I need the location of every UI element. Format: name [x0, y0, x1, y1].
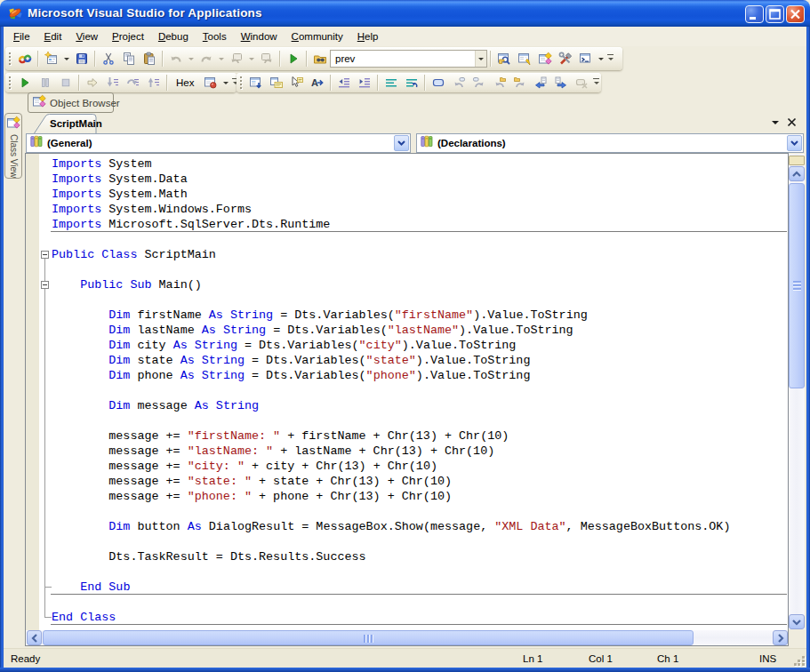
title-bar[interactable]: Microsoft Visual Studio for Applications — [0, 0, 810, 27]
close-button[interactable] — [786, 5, 805, 23]
code-line: Imports System.Data — [26, 172, 788, 187]
splitter-handle[interactable] — [789, 156, 805, 165]
find-in-files-button[interactable] — [493, 49, 514, 68]
breakpoints-dropdown[interactable] — [221, 73, 230, 92]
resize-grip[interactable] — [794, 656, 806, 667]
properties-window-button[interactable] — [514, 49, 534, 68]
scroll-right-button[interactable] — [773, 630, 788, 645]
code-line — [26, 262, 788, 277]
add-new-item-dropdown[interactable] — [61, 49, 71, 68]
previous-bookmark-in-document-button[interactable] — [530, 73, 550, 92]
types-combo-dropdown[interactable] — [394, 135, 409, 151]
standard-toolbar-options[interactable] — [605, 49, 615, 68]
decrease-indent-button[interactable] — [333, 73, 354, 92]
close-document-icon[interactable] — [787, 117, 797, 127]
complete-word-button[interactable]: A — [307, 73, 327, 92]
vs-logo-button[interactable] — [14, 49, 35, 68]
undo-dropdown[interactable] — [186, 49, 196, 68]
command-window-icon — [579, 52, 593, 66]
step-into-button[interactable] — [102, 73, 123, 92]
menu-help[interactable]: Help — [350, 28, 386, 44]
show-next-statement-button[interactable] — [82, 73, 102, 92]
break-all-button[interactable] — [35, 73, 55, 92]
menu-file[interactable]: File — [6, 28, 37, 44]
vertical-scrollbar[interactable] — [789, 154, 805, 629]
object-browser-tab[interactable]: Object Browser — [28, 92, 114, 113]
toolbar-grip[interactable] — [5, 75, 14, 91]
next-bookmark-button[interactable] — [469, 73, 489, 92]
cut-button[interactable] — [98, 49, 118, 68]
hex-button[interactable]: Hex — [170, 76, 200, 90]
other-windows-dropdown[interactable] — [596, 49, 605, 68]
menu-view[interactable]: View — [68, 28, 105, 44]
next-bookmark-in-folder-button[interactable] — [509, 73, 530, 92]
members-combo-dropdown[interactable] — [787, 135, 802, 151]
types-combo[interactable]: (General) — [26, 133, 411, 153]
status-character: Ch 1 — [657, 653, 678, 664]
start-button[interactable] — [283, 49, 303, 68]
class-view-tab[interactable]: Class View — [4, 113, 22, 179]
step-out-button[interactable] — [143, 73, 164, 92]
maximize-button[interactable] — [766, 5, 784, 23]
find-symbol-button[interactable] — [309, 49, 330, 68]
members-combo[interactable]: (Declarations) — [416, 133, 804, 153]
copy-button[interactable] — [118, 49, 139, 68]
menu-window[interactable]: Window — [234, 28, 285, 44]
bookmark-prev-folder-icon — [493, 76, 507, 90]
previous-bookmark-button[interactable] — [448, 73, 469, 92]
menu-edit[interactable]: Edit — [37, 28, 69, 44]
parameter-info-button[interactable] — [266, 73, 286, 92]
toggle-bookmark-button[interactable] — [428, 73, 448, 92]
increase-indent-button[interactable] — [354, 73, 374, 92]
uncomment-selection-button[interactable] — [401, 73, 421, 92]
command-window-button[interactable] — [575, 49, 596, 68]
standard-toolbar: prev — [5, 47, 622, 70]
bookmark-prev-icon — [452, 76, 466, 90]
find-combo[interactable]: prev — [330, 50, 487, 68]
minimize-button[interactable] — [745, 5, 764, 23]
next-bookmark-in-document-button[interactable] — [550, 73, 571, 92]
fold-collapse-box[interactable] — [41, 251, 49, 259]
toolbar-grip[interactable] — [5, 51, 14, 67]
step-over-button[interactable] — [123, 73, 143, 92]
navigate-backward-dropdown[interactable] — [246, 49, 256, 68]
save-button[interactable] — [71, 49, 92, 68]
menu-project[interactable]: Project — [105, 28, 151, 44]
scroll-down-button[interactable] — [789, 614, 805, 629]
navigate-backward-button[interactable] — [226, 49, 246, 68]
redo-button[interactable] — [196, 49, 216, 68]
comment-selection-button[interactable] — [381, 73, 401, 92]
code-line: Dim lastName As String = Dts.Variables("… — [26, 323, 788, 338]
procedure-separator — [51, 624, 787, 625]
navigate-forward-button[interactable] — [256, 49, 277, 68]
redo-dropdown[interactable] — [216, 49, 226, 68]
quick-info-button[interactable] — [286, 73, 307, 92]
add-new-item-button[interactable] — [41, 49, 61, 68]
texteditor-toolbar-options[interactable] — [591, 73, 601, 92]
scroll-left-button[interactable] — [27, 630, 42, 645]
menu-community[interactable]: Community — [285, 28, 350, 44]
object-browser-window-button[interactable] — [534, 49, 555, 68]
clear-bookmarks-button[interactable] — [571, 73, 591, 92]
vertical-scroll-thumb[interactable] — [789, 183, 805, 388]
horizontal-scroll-thumb[interactable] — [43, 630, 694, 645]
menu-tools[interactable]: Tools — [196, 28, 234, 44]
scroll-up-button[interactable] — [789, 166, 805, 181]
toolbar-grip[interactable] — [237, 75, 245, 91]
paste-button[interactable] — [139, 49, 159, 68]
menu-debug[interactable]: Debug — [151, 28, 196, 44]
horizontal-scrollbar[interactable] — [27, 630, 788, 645]
undo-button[interactable] — [165, 49, 186, 68]
stop-debugging-button[interactable] — [55, 73, 76, 92]
start-debug-button[interactable] — [14, 73, 35, 92]
document-list-dropdown[interactable] — [772, 121, 779, 128]
complete-word-icon: A — [310, 76, 325, 90]
toolbox-button[interactable] — [555, 49, 575, 68]
fold-collapse-box[interactable] — [41, 281, 49, 289]
tab-scriptmain-label: ScriptMain — [50, 118, 102, 129]
breakpoints-window-button[interactable] — [200, 73, 221, 92]
list-members-button[interactable] — [245, 73, 266, 92]
find-combo-dropdown[interactable] — [475, 51, 486, 67]
code-editor[interactable]: Imports SystemImports System.DataImports… — [26, 154, 788, 630]
previous-bookmark-in-folder-button[interactable] — [489, 73, 509, 92]
